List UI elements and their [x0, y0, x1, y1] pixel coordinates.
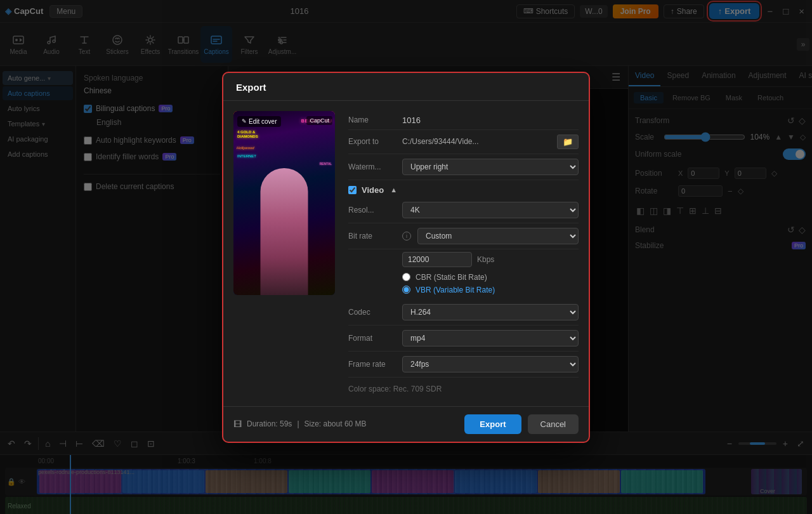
video-section-label: Video — [362, 185, 384, 195]
format-label: Format — [348, 334, 396, 343]
footer-actions: Export Cancel — [464, 414, 579, 434]
preview-image: BEAUTY SU 4 GOLD &DIAMONDS Hollywood INT… — [233, 111, 335, 295]
video-expand-icon[interactable]: ▲ — [390, 186, 397, 194]
capcut-watermark-label: CapCut — [310, 117, 329, 124]
export-to-label: Export to — [348, 137, 396, 146]
vbr-radio[interactable] — [402, 286, 410, 294]
bitrate-label: Bit rate — [348, 232, 396, 241]
export-button[interactable]: Export — [464, 414, 521, 434]
browse-folder-button[interactable]: 📁 — [557, 135, 579, 149]
color-space-row: Color space: Rec. 709 SDR — [348, 378, 579, 396]
bitrate-info-icon[interactable]: i — [402, 232, 411, 241]
dialog-form: Name Export to C:/Users/93444/Vide... 📁 … — [348, 111, 579, 396]
resolution-label: Resol... — [348, 206, 396, 214]
format-select[interactable]: mp4 mov avi — [402, 330, 579, 346]
capcut-watermark: CapCut — [306, 116, 332, 125]
export-to-row: Export to C:/Users/93444/Vide... 📁 — [348, 130, 579, 154]
film-icon: 🎞 — [233, 419, 242, 429]
bitrate-number-input[interactable] — [402, 252, 472, 267]
cbr-row: CBR (Static Bit Rate) — [348, 271, 579, 284]
size-label: Size: about 60 MB — [304, 419, 367, 428]
cbr-radio[interactable] — [402, 273, 410, 281]
video-checkbox[interactable] — [348, 186, 357, 194]
watermark-row: Waterm... Upper right Upper left Lower r… — [348, 154, 579, 180]
edit-cover-button[interactable]: ✎ Edit cover — [237, 116, 281, 127]
codec-label: Codec — [348, 308, 396, 317]
edit-icon: ✎ — [242, 118, 247, 124]
format-row: Format mp4 mov avi — [348, 326, 579, 352]
vbr-row: VBR (Variable Bit Rate) — [348, 284, 579, 300]
framerate-select[interactable]: 24fps 25fps 30fps 50fps 60fps — [402, 356, 579, 372]
name-label: Name — [348, 115, 396, 124]
dialog-preview: BEAUTY SU 4 GOLD &DIAMONDS Hollywood INT… — [233, 111, 338, 396]
export-path: C:/Users/93444/Vide... — [402, 137, 551, 146]
name-input[interactable] — [402, 115, 579, 125]
watermark-label: Waterm... — [348, 162, 396, 171]
resolution-select[interactable]: 4K 2K 1080P 720P — [402, 202, 579, 218]
bitrate-select[interactable]: Custom Low Medium High — [417, 228, 579, 244]
codec-row: Codec H.264 H.265 ProRes — [348, 300, 579, 326]
dialog-footer: 🎞 Duration: 59s | Size: about 60 MB Expo… — [223, 406, 589, 442]
bitrate-unit: Kbps — [477, 255, 494, 264]
bitrate-row: Bit rate i Custom Low Medium High — [348, 223, 579, 249]
bitrate-number-row: Kbps — [348, 249, 579, 271]
export-dialog: Export BEAUTY SU 4 GOLD &DIAMONDS Hollyw… — [222, 72, 590, 443]
color-space-label: Color space: Rec. 709 SDR — [348, 385, 442, 393]
divider: | — [297, 419, 299, 428]
watermark-select[interactable]: Upper right Upper left Lower right Lower… — [402, 159, 579, 175]
dialog-body: BEAUTY SU 4 GOLD &DIAMONDS Hollywood INT… — [223, 101, 589, 406]
name-row: Name — [348, 111, 579, 130]
dialog-title: Export — [236, 82, 266, 93]
video-section-header: Video ▲ — [348, 180, 579, 197]
codec-select[interactable]: H.264 H.265 ProRes — [402, 304, 579, 320]
framerate-label: Frame rate — [348, 360, 396, 369]
duration-label: Duration: 59s — [247, 419, 292, 428]
cancel-button[interactable]: Cancel — [528, 414, 579, 434]
dialog-header: Export — [223, 73, 589, 101]
footer-info: 🎞 Duration: 59s | Size: about 60 MB — [233, 419, 367, 429]
edit-cover-label: Edit cover — [249, 118, 277, 125]
cbr-label: CBR (Static Bit Rate) — [416, 273, 487, 282]
resolution-row: Resol... 4K 2K 1080P 720P — [348, 197, 579, 223]
vbr-label: VBR (Variable Bit Rate) — [416, 286, 495, 294]
export-dialog-overlay[interactable]: Export BEAUTY SU 4 GOLD &DIAMONDS Hollyw… — [0, 0, 812, 514]
framerate-row: Frame rate 24fps 25fps 30fps 50fps 60fps — [348, 352, 579, 378]
